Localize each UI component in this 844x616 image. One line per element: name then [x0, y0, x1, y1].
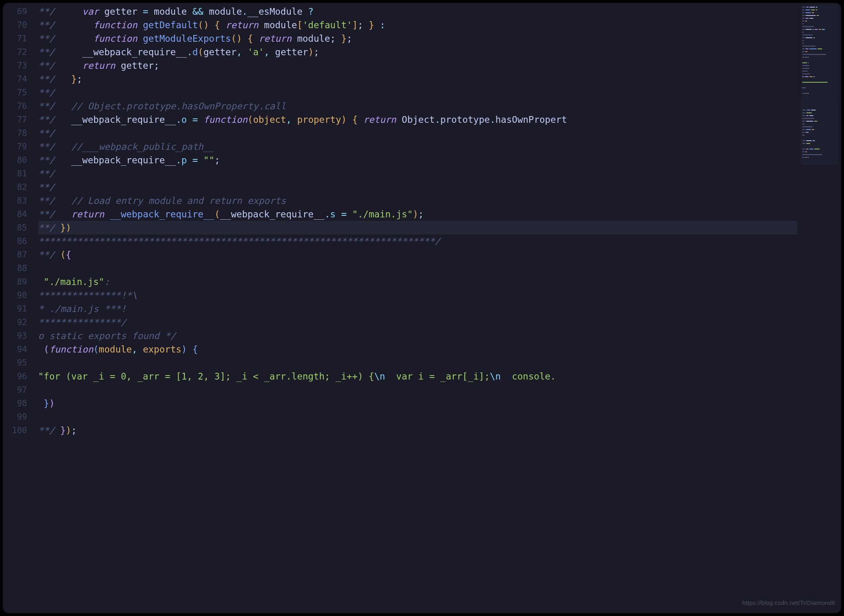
line-number: 88: [3, 262, 34, 275]
line-number: 73: [3, 59, 34, 72]
line-number: 82: [3, 180, 34, 194]
line-number: 96: [3, 370, 34, 383]
code-line: o static exports found */: [38, 329, 797, 343]
line-number: 75: [3, 86, 34, 99]
line-number: 95: [3, 356, 34, 370]
line-number: 72: [3, 45, 34, 59]
line-number: 93: [3, 329, 34, 343]
code-line: **/: [38, 180, 797, 194]
code-line: [38, 262, 797, 275]
line-number: 90: [3, 289, 34, 302]
code-line: **/: [38, 126, 797, 140]
line-number: 85: [3, 221, 34, 234]
watermark-text: https://blog.csdn.net/TriDiamond6: [742, 596, 835, 610]
code-line: **/: [38, 167, 797, 180]
code-line: [38, 410, 797, 424]
code-line: **/ return getter;: [38, 59, 797, 72]
code-line: **/ return __webpack_require__(__webpack…: [38, 207, 797, 221]
code-line: "./main.js":: [38, 275, 797, 289]
code-line: **/ function getDefault() { return modul…: [38, 18, 797, 32]
line-number: 97: [3, 383, 34, 397]
code-line: }): [38, 397, 797, 410]
code-line: **/ //___webpack_public_path__: [38, 140, 797, 153]
line-number: 92: [3, 316, 34, 329]
line-number: 99: [3, 410, 34, 424]
code-content[interactable]: **/ var getter = module && module.__esMo…: [38, 3, 797, 613]
line-number-gutter: 6970717273747576777879808182838485868788…: [3, 3, 34, 613]
code-line: ***************/: [38, 316, 797, 329]
line-number: 91: [3, 302, 34, 316]
line-number: 100: [3, 424, 34, 437]
code-line: * ./main.js ***!: [38, 302, 797, 316]
code-line: **/ __webpack_require__.o = function(obj…: [38, 113, 797, 126]
code-line: **/ function getModuleExports() { return…: [38, 32, 797, 45]
code-line: [38, 356, 797, 370]
line-number: 70: [3, 18, 34, 32]
code-line: **/ // Load entry module and return expo…: [38, 194, 797, 207]
code-line: **/ var getter = module && module.__esMo…: [38, 5, 797, 18]
code-line: [38, 383, 797, 397]
line-number: 87: [3, 248, 34, 262]
line-number: 86: [3, 234, 34, 248]
line-number: 98: [3, 397, 34, 410]
line-number: 89: [3, 275, 34, 289]
line-number: 71: [3, 32, 34, 45]
minimap[interactable]: [801, 6, 838, 165]
code-line: **/ ({: [38, 248, 797, 262]
code-line: ****************************************…: [38, 234, 797, 248]
code-line: **/ }): [38, 221, 797, 234]
line-number: 79: [3, 140, 34, 153]
line-number: 76: [3, 99, 34, 113]
line-number: 80: [3, 153, 34, 167]
code-editor: 6970717273747576777879808182838485868788…: [3, 3, 841, 613]
code-line: "for (var _i = 0, _arr = [1, 2, 3]; _i <…: [38, 370, 797, 383]
line-number: 83: [3, 194, 34, 207]
code-line: **/ __webpack_require__.p = "";: [38, 153, 797, 167]
line-number: 78: [3, 126, 34, 140]
code-line: ***************!*\: [38, 289, 797, 302]
line-number: 69: [3, 5, 34, 18]
line-number: 81: [3, 167, 34, 180]
code-line: **/ // Object.prototype.hasOwnProperty.c…: [38, 99, 797, 113]
line-number: 74: [3, 72, 34, 86]
code-line: **/: [38, 86, 797, 99]
code-line: (function(module, exports) {: [38, 343, 797, 356]
line-number: 77: [3, 113, 34, 126]
line-number: 84: [3, 207, 34, 221]
line-number: 94: [3, 343, 34, 356]
code-line: **/ __webpack_require__.d(getter, 'a', g…: [38, 45, 797, 59]
code-line: **/ };: [38, 72, 797, 86]
code-line: **/ });: [38, 424, 797, 437]
